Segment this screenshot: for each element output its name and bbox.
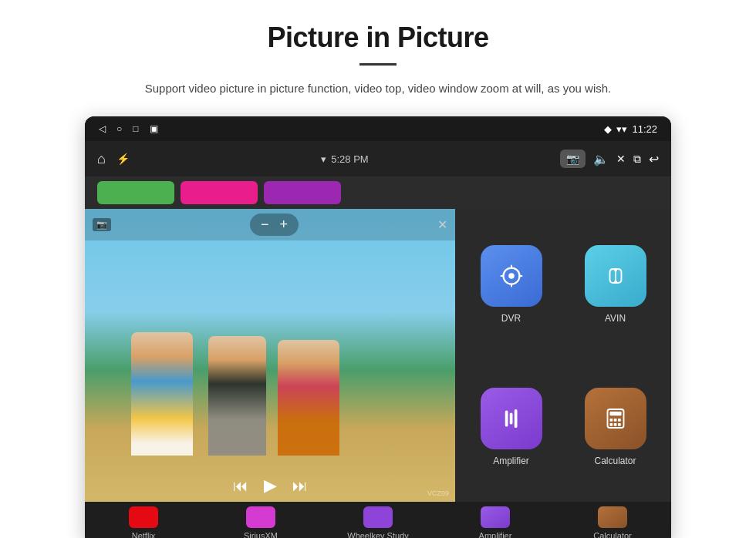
- app-btn-green[interactable]: [97, 181, 174, 204]
- dvr-svg-icon: [498, 262, 525, 290]
- siriusxm-label: SiriusXM: [244, 531, 278, 538]
- appbar-time: 5:28 PM: [331, 153, 368, 165]
- wifi-icon: ▾▾: [616, 123, 627, 135]
- app-item-avin[interactable]: AVIN: [567, 217, 663, 351]
- svg-rect-6: [509, 412, 512, 424]
- usb-icon: ⚡: [116, 153, 130, 165]
- wheelkey-label: Wheelkey Study: [347, 531, 408, 538]
- page-title: Picture in Picture: [267, 22, 488, 54]
- svg-point-3: [614, 268, 617, 271]
- pip-area[interactable]: 📷 − + ✕ ⏮ ▶ ⏭ VCZ09: [85, 209, 455, 502]
- app-btn-purple[interactable]: [264, 181, 341, 204]
- amplifier-bottom-label: Amplifier: [479, 531, 512, 538]
- svg-point-4: [614, 280, 617, 283]
- device-frame: ◁ ○ □ ▣ ◆ ▾▾ 11:22 ⌂ ⚡ ▾ 5:28 PM 📷: [85, 116, 671, 538]
- app-bar-left: ⌂ ⚡: [97, 151, 130, 167]
- amplifier-icon-box: [481, 388, 542, 449]
- pip-zoom-controls: − +: [250, 214, 299, 236]
- close-appbar-icon[interactable]: ✕: [616, 153, 626, 165]
- apps-area: DVR AVIN: [455, 209, 671, 502]
- bottom-app-amplifier[interactable]: Amplifier: [437, 506, 554, 538]
- status-time: 11:22: [632, 123, 657, 135]
- person-3: [278, 340, 339, 456]
- cast-icon[interactable]: ▣: [150, 123, 158, 134]
- svg-rect-13: [609, 423, 613, 426]
- svg-rect-12: [618, 419, 621, 422]
- amplifier-bottom-icon: [481, 506, 510, 528]
- svg-rect-11: [613, 419, 616, 422]
- app-bar-center: ▾ 5:28 PM: [321, 153, 368, 165]
- wheelkey-icon: [363, 506, 393, 528]
- home-icon[interactable]: ○: [116, 123, 122, 134]
- svg-rect-15: [618, 423, 621, 426]
- status-bar-left: ◁ ○ □ ▣: [99, 123, 158, 134]
- avin-label: AVIN: [605, 313, 626, 324]
- pip-play-icon[interactable]: ▶: [264, 476, 277, 496]
- avin-icon-box: [585, 245, 646, 307]
- main-area: 📷 − + ✕ ⏮ ▶ ⏭ VCZ09: [85, 209, 671, 502]
- app-bar: ⌂ ⚡ ▾ 5:28 PM 📷 🔈 ✕ ⧉ ↩: [85, 141, 671, 177]
- bottom-app-calculator[interactable]: Calculator: [554, 506, 671, 538]
- svg-rect-9: [609, 412, 621, 415]
- app-item-amplifier[interactable]: Amplifier: [463, 359, 559, 494]
- status-bar: ◁ ○ □ ▣ ◆ ▾▾ 11:22: [85, 116, 671, 141]
- app-bar-right: 📷 🔈 ✕ ⧉ ↩: [560, 150, 659, 168]
- pip-zoom-minus[interactable]: −: [261, 217, 269, 233]
- recents-icon[interactable]: □: [133, 123, 138, 134]
- calculator-bottom-label: Calculator: [593, 531, 632, 538]
- svg-rect-14: [613, 423, 616, 426]
- back-appbar-icon[interactable]: ↩: [649, 152, 659, 166]
- svg-rect-10: [609, 419, 613, 422]
- video-watermark: VCZ09: [427, 489, 449, 497]
- video-scene: [85, 209, 455, 502]
- camera-button[interactable]: 📷: [560, 150, 586, 168]
- netflix-label: Netflix: [132, 531, 156, 538]
- svg-rect-5: [505, 410, 508, 426]
- svg-point-1: [508, 273, 515, 279]
- status-bar-right: ◆ ▾▾ 11:22: [604, 123, 657, 135]
- pip-controls: 📷 − + ✕: [85, 209, 455, 240]
- avin-svg-icon: [602, 262, 629, 290]
- page-subtitle: Support video picture in picture functio…: [145, 79, 611, 98]
- person-1: [131, 332, 193, 456]
- svg-rect-7: [514, 409, 517, 428]
- dvr-label: DVR: [501, 313, 521, 324]
- resize-icon[interactable]: ⧉: [633, 153, 641, 166]
- pip-close-icon[interactable]: ✕: [437, 217, 447, 232]
- calculator-bottom-icon: [598, 506, 627, 528]
- home-appbar-icon[interactable]: ⌂: [97, 151, 106, 167]
- page-container: Picture in Picture Support video picture…: [0, 0, 756, 538]
- top-app-row: [85, 177, 671, 209]
- location-icon: ◆: [604, 123, 612, 135]
- app-item-dvr[interactable]: DVR: [463, 217, 559, 351]
- calculator-label: Calculator: [594, 456, 636, 466]
- calculator-svg-icon: [602, 405, 629, 432]
- bottom-app-netflix[interactable]: Netflix: [85, 506, 202, 538]
- dvr-icon-box: [481, 245, 542, 307]
- pip-bottom-controls: ⏮ ▶ ⏭: [85, 469, 455, 502]
- netflix-icon: [129, 506, 158, 528]
- app-item-calculator[interactable]: Calculator: [567, 359, 663, 494]
- bottom-labels: Netflix SiriusXM Wheelkey Study Amplifie…: [85, 502, 671, 538]
- person-2: [208, 336, 266, 456]
- calculator-icon-box: [585, 388, 646, 449]
- pip-prev-icon[interactable]: ⏮: [233, 477, 248, 495]
- amplifier-svg-icon: [498, 405, 525, 432]
- pip-camera-icon: 📷: [93, 218, 111, 231]
- pip-zoom-plus[interactable]: +: [280, 217, 289, 233]
- back-nav-icon[interactable]: ◁: [99, 123, 106, 134]
- amplifier-label: Amplifier: [493, 456, 529, 466]
- volume-icon[interactable]: 🔈: [593, 152, 609, 166]
- bottom-app-siriusxm[interactable]: SiriusXM: [202, 506, 319, 538]
- app-btn-pink[interactable]: [181, 181, 258, 204]
- title-divider: [359, 63, 397, 66]
- siriusxm-icon: [246, 506, 275, 528]
- bottom-app-wheelkey[interactable]: Wheelkey Study: [319, 506, 437, 538]
- wifi-appbar-icon: ▾: [321, 153, 326, 165]
- pip-next-icon[interactable]: ⏭: [292, 477, 308, 495]
